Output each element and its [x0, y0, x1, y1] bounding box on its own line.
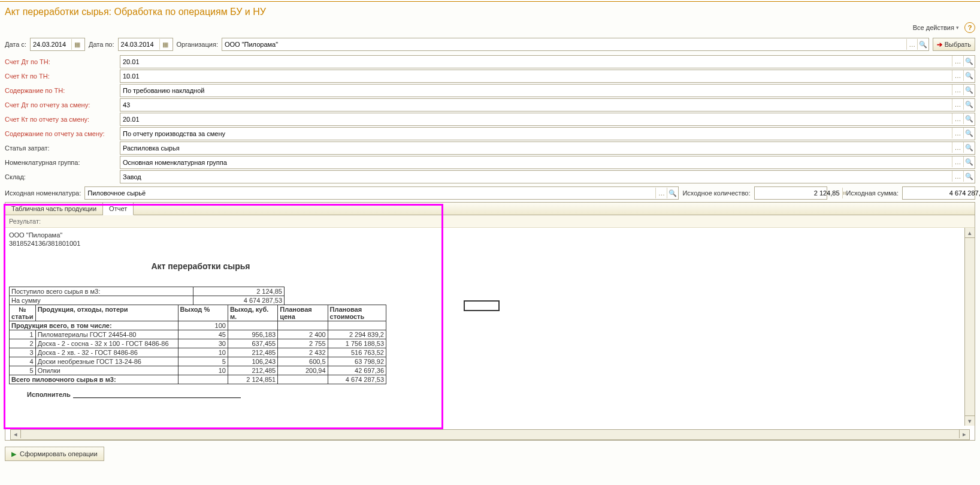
form-row: Счет Кт по ТН:…🔍 — [5, 69, 975, 83]
report-summary-table: Поступило всего сырья в м3:2 124,85 На с… — [9, 287, 285, 305]
form-input[interactable] — [120, 142, 952, 154]
search-icon[interactable]: 🔍 — [963, 156, 975, 167]
search-icon[interactable]: 🔍 — [963, 171, 975, 182]
src-sum-field[interactable]: ⌗ — [902, 186, 975, 200]
form-label: Содержание по отчету за смену: — [5, 130, 117, 137]
form-input[interactable] — [120, 113, 952, 125]
form-row: Статья затрат:…🔍 — [5, 141, 975, 155]
form-field[interactable]: …🔍 — [120, 113, 975, 126]
form-row: Счет Кт по отчету за смену:…🔍 — [5, 112, 975, 126]
search-icon[interactable]: 🔍 — [917, 39, 928, 50]
form-input[interactable] — [120, 128, 952, 140]
form-input[interactable] — [120, 156, 952, 168]
search-icon[interactable]: 🔍 — [963, 113, 975, 124]
tab-frame: Табличная часть продукции Отчет Результа… — [5, 202, 975, 441]
play-icon: ▶ — [11, 450, 16, 458]
date-from-label: Дата с: — [5, 41, 26, 48]
calendar-icon[interactable]: ▦ — [71, 39, 83, 50]
src-qty-field[interactable]: ⌗ — [754, 186, 827, 200]
search-icon[interactable]: 🔍 — [963, 85, 975, 95]
tab-report[interactable]: Отчет — [103, 203, 134, 215]
ellipsis-icon[interactable]: … — [952, 156, 963, 167]
vertical-scrollbar[interactable]: ▴ ▾ — [964, 228, 975, 426]
form-field[interactable]: …🔍 — [120, 141, 975, 155]
scroll-up-icon[interactable]: ▴ — [965, 228, 975, 238]
org-input[interactable] — [222, 39, 906, 50]
scroll-down-icon[interactable]: ▾ — [965, 415, 975, 426]
src-qty-input[interactable] — [755, 189, 842, 197]
page-title: Акт переработки сырья: Обработка по опер… — [0, 4, 980, 21]
ellipsis-icon[interactable]: … — [952, 142, 963, 153]
select-button[interactable]: ➔ Выбрать — [933, 38, 975, 51]
table-row: 2Доска - 2 - сосна - 32 x 100 - ГОСТ 848… — [10, 339, 386, 348]
report-codes: 3818524136/381801001 — [9, 240, 392, 247]
form-field[interactable]: …🔍 — [120, 156, 975, 169]
table-row: 3Доска - 2 хв. - 32 - ГОСТ 8486-8610212,… — [10, 348, 386, 357]
source-row: Исходная номенклатура: … 🔍 Исходное коли… — [0, 184, 980, 202]
ellipsis-icon[interactable]: … — [906, 39, 917, 50]
search-icon[interactable]: 🔍 — [667, 188, 678, 198]
arrow-right-icon: ➔ — [937, 41, 942, 49]
horizontal-scrollbar[interactable]: ◂ ▸ — [10, 429, 970, 440]
generate-button[interactable]: ▶ Сформировать операции — [5, 447, 104, 461]
help-icon[interactable]: ? — [964, 22, 975, 33]
form-field[interactable]: …🔍 — [120, 127, 975, 140]
form-label: Статья затрат: — [5, 144, 117, 152]
form-field[interactable]: …🔍 — [120, 170, 975, 183]
calculator-icon[interactable]: ⌗ — [842, 188, 846, 198]
org-field[interactable]: … 🔍 — [222, 38, 929, 51]
date-from-input[interactable] — [31, 39, 71, 50]
form-input[interactable] — [120, 56, 952, 68]
date-to-field[interactable]: ▦ — [118, 38, 173, 51]
org-label: Организация: — [177, 41, 218, 48]
ellipsis-icon[interactable]: … — [952, 113, 963, 124]
bottom-bar: ▶ Сформировать операции — [0, 441, 980, 467]
form-field[interactable]: …🔍 — [120, 70, 975, 83]
src-nomen-label: Исходная номенклатура: — [5, 189, 81, 197]
form-input[interactable] — [120, 70, 952, 82]
form-field[interactable]: …🔍 — [120, 98, 975, 112]
report-body: ООО "Пилорама" 3818524136/381801001 Акт … — [5, 228, 396, 400]
src-nomen-field[interactable]: … 🔍 — [84, 186, 679, 200]
ellipsis-icon[interactable]: … — [952, 128, 963, 138]
scroll-left-icon[interactable]: ◂ — [11, 430, 21, 438]
form-field[interactable]: …🔍 — [120, 84, 975, 97]
result-label: Результат: — [5, 215, 975, 228]
form-row: Счет Дт по отчету за смену:…🔍 — [5, 98, 975, 112]
ellipsis-icon[interactable]: … — [655, 188, 667, 198]
form-input[interactable] — [120, 171, 952, 183]
ellipsis-icon[interactable]: … — [952, 70, 963, 81]
search-icon[interactable]: 🔍 — [963, 99, 975, 110]
report-main-table: № статьи Продукция, отходы, потери Выход… — [9, 305, 386, 384]
form-row: Счет Дт по ТН:…🔍 — [5, 55, 975, 69]
date-to-input[interactable] — [119, 39, 159, 50]
report-title: Акт переработки сырья — [9, 261, 392, 271]
scroll-right-icon[interactable]: ▸ — [959, 430, 969, 438]
form-field[interactable]: …🔍 — [120, 55, 975, 68]
ellipsis-icon[interactable]: … — [952, 56, 963, 67]
form-input[interactable] — [120, 85, 952, 97]
src-nomen-input[interactable] — [85, 188, 655, 198]
ellipsis-icon[interactable]: … — [952, 171, 963, 182]
form-label: Счет Кт по ТН: — [5, 73, 117, 80]
search-icon[interactable]: 🔍 — [963, 70, 975, 81]
floating-cursor-cell — [464, 300, 500, 311]
tab-table-part[interactable]: Табличная часть продукции — [5, 203, 103, 215]
src-qty-label: Исходное количество: — [682, 189, 750, 197]
calendar-icon[interactable]: ▦ — [159, 39, 171, 50]
actions-bar: Все действия ? — [0, 21, 980, 37]
table-group-row: Продукция всего, в том числе:100 — [10, 321, 386, 330]
search-icon[interactable]: 🔍 — [963, 56, 975, 67]
signature-line — [73, 389, 241, 398]
tab-header: Табличная часть продукции Отчет — [5, 203, 975, 215]
form-label: Склад: — [5, 173, 117, 180]
form-input[interactable] — [120, 99, 952, 111]
search-icon[interactable]: 🔍 — [963, 142, 975, 153]
search-icon[interactable]: 🔍 — [963, 128, 975, 138]
all-actions-menu[interactable]: Все действия — [913, 24, 959, 31]
src-sum-input[interactable] — [903, 189, 980, 197]
ellipsis-icon[interactable]: … — [952, 99, 963, 110]
ellipsis-icon[interactable]: … — [952, 85, 963, 95]
report-org: ООО "Пилорама" — [9, 231, 392, 239]
date-from-field[interactable]: ▦ — [30, 38, 85, 51]
